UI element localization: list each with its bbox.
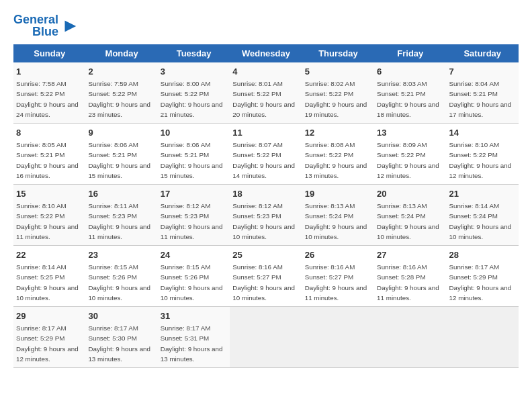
calendar-table: SundayMondayTuesdayWednesdayThursdayFrid… — [13, 44, 519, 368]
day-info: Sunrise: 8:11 AMSunset: 5:23 PMDaylight:… — [88, 202, 150, 240]
logo: General Blue ► — [13, 13, 80, 38]
calendar-week-row: 29Sunrise: 8:17 AMSunset: 5:29 PMDayligh… — [13, 307, 519, 368]
day-info: Sunrise: 8:10 AMSunset: 5:22 PMDaylight:… — [16, 202, 79, 240]
day-number: 1 — [16, 66, 83, 78]
day-info: Sunrise: 8:06 AMSunset: 5:21 PMDaylight:… — [161, 141, 223, 179]
day-info: Sunrise: 8:15 AMSunset: 5:26 PMDaylight:… — [161, 263, 223, 302]
calendar-cell: 9Sunrise: 8:06 AMSunset: 5:21 PMDaylight… — [85, 124, 157, 185]
day-info: Sunrise: 8:16 AMSunset: 5:28 PMDaylight:… — [377, 263, 439, 302]
calendar-week-row: 15Sunrise: 8:10 AMSunset: 5:22 PMDayligh… — [13, 185, 519, 246]
day-info: Sunrise: 7:58 AMSunset: 5:22 PMDaylight:… — [16, 80, 79, 118]
day-info: Sunrise: 8:05 AMSunset: 5:21 PMDaylight:… — [16, 141, 79, 179]
logo-general: General — [13, 13, 58, 26]
day-info: Sunrise: 8:12 AMSunset: 5:23 PMDaylight:… — [161, 202, 223, 240]
day-info: Sunrise: 8:03 AMSunset: 5:21 PMDaylight:… — [377, 80, 439, 118]
calendar-cell: 27Sunrise: 8:16 AMSunset: 5:28 PMDayligh… — [374, 246, 446, 307]
calendar-header-row: SundayMondayTuesdayWednesdayThursdayFrid… — [13, 44, 519, 62]
day-info: Sunrise: 8:09 AMSunset: 5:22 PMDaylight:… — [377, 141, 439, 179]
day-info: Sunrise: 8:07 AMSunset: 5:22 PMDaylight:… — [232, 141, 295, 179]
day-number: 17 — [161, 188, 227, 200]
calendar-cell: 5Sunrise: 8:02 AMSunset: 5:22 PMDaylight… — [302, 62, 374, 124]
calendar-cell: 22Sunrise: 8:14 AMSunset: 5:25 PMDayligh… — [13, 246, 85, 307]
calendar-cell: 4Sunrise: 8:01 AMSunset: 5:22 PMDaylight… — [230, 62, 302, 124]
day-info: Sunrise: 8:02 AMSunset: 5:22 PMDaylight:… — [305, 80, 367, 118]
calendar-cell: 20Sunrise: 8:13 AMSunset: 5:24 PMDayligh… — [374, 185, 446, 246]
day-number: 12 — [305, 127, 371, 139]
calendar-cell: 8Sunrise: 8:05 AMSunset: 5:21 PMDaylight… — [13, 124, 85, 185]
day-number: 3 — [161, 66, 227, 78]
calendar-cell — [230, 307, 302, 368]
calendar-cell: 7Sunrise: 8:04 AMSunset: 5:21 PMDaylight… — [447, 62, 519, 124]
day-info: Sunrise: 8:16 AMSunset: 5:27 PMDaylight:… — [232, 263, 295, 302]
calendar-cell: 3Sunrise: 8:00 AMSunset: 5:22 PMDaylight… — [158, 62, 230, 124]
calendar-cell: 25Sunrise: 8:16 AMSunset: 5:27 PMDayligh… — [230, 246, 302, 307]
day-info: Sunrise: 8:00 AMSunset: 5:22 PMDaylight:… — [161, 80, 223, 118]
day-number: 30 — [88, 310, 154, 322]
day-number: 8 — [16, 127, 83, 139]
day-number: 31 — [161, 310, 227, 322]
calendar-cell: 10Sunrise: 8:06 AMSunset: 5:21 PMDayligh… — [158, 124, 230, 185]
day-info: Sunrise: 8:13 AMSunset: 5:24 PMDaylight:… — [377, 202, 439, 240]
day-number: 5 — [305, 66, 371, 78]
day-number: 29 — [16, 310, 83, 322]
day-number: 16 — [88, 188, 154, 200]
day-info: Sunrise: 8:10 AMSunset: 5:22 PMDaylight:… — [449, 141, 512, 179]
day-of-week-header: Friday — [374, 44, 446, 62]
calendar-cell: 1Sunrise: 7:58 AMSunset: 5:22 PMDaylight… — [13, 62, 85, 124]
day-info: Sunrise: 8:14 AMSunset: 5:24 PMDaylight:… — [449, 202, 512, 240]
day-number: 2 — [88, 66, 154, 78]
day-number: 18 — [232, 188, 299, 200]
day-info: Sunrise: 8:17 AMSunset: 5:29 PMDaylight:… — [449, 263, 512, 302]
calendar-week-row: 22Sunrise: 8:14 AMSunset: 5:25 PMDayligh… — [13, 246, 519, 307]
calendar-cell — [374, 307, 446, 368]
calendar-cell: 30Sunrise: 8:17 AMSunset: 5:30 PMDayligh… — [85, 307, 157, 368]
calendar-cell: 11Sunrise: 8:07 AMSunset: 5:22 PMDayligh… — [230, 124, 302, 185]
day-number: 13 — [377, 127, 443, 139]
day-info: Sunrise: 8:08 AMSunset: 5:22 PMDaylight:… — [305, 141, 367, 179]
day-of-week-header: Saturday — [447, 44, 519, 62]
calendar-cell: 2Sunrise: 7:59 AMSunset: 5:22 PMDaylight… — [85, 62, 157, 124]
calendar-cell: 17Sunrise: 8:12 AMSunset: 5:23 PMDayligh… — [158, 185, 230, 246]
calendar-cell: 21Sunrise: 8:14 AMSunset: 5:24 PMDayligh… — [447, 185, 519, 246]
day-number: 27 — [377, 249, 443, 261]
calendar-cell: 6Sunrise: 8:03 AMSunset: 5:21 PMDaylight… — [374, 62, 446, 124]
day-info: Sunrise: 8:16 AMSunset: 5:27 PMDaylight:… — [305, 263, 367, 302]
day-info: Sunrise: 8:17 AMSunset: 5:29 PMDaylight:… — [16, 324, 79, 363]
day-number: 20 — [377, 188, 443, 200]
day-of-week-header: Wednesday — [230, 44, 302, 62]
calendar-cell: 15Sunrise: 8:10 AMSunset: 5:22 PMDayligh… — [13, 185, 85, 246]
calendar-cell: 29Sunrise: 8:17 AMSunset: 5:29 PMDayligh… — [13, 307, 85, 368]
day-number: 21 — [449, 188, 516, 200]
day-number: 25 — [232, 249, 299, 261]
calendar-cell: 12Sunrise: 8:08 AMSunset: 5:22 PMDayligh… — [302, 124, 374, 185]
day-number: 4 — [232, 66, 299, 78]
calendar-cell: 16Sunrise: 8:11 AMSunset: 5:23 PMDayligh… — [85, 185, 157, 246]
day-number: 6 — [377, 66, 443, 78]
day-number: 24 — [161, 249, 227, 261]
day-of-week-header: Thursday — [302, 44, 374, 62]
calendar-cell: 14Sunrise: 8:10 AMSunset: 5:22 PMDayligh… — [447, 124, 519, 185]
day-number: 23 — [88, 249, 154, 261]
day-number: 14 — [449, 127, 516, 139]
day-number: 7 — [449, 66, 516, 78]
calendar-cell: 24Sunrise: 8:15 AMSunset: 5:26 PMDayligh… — [158, 246, 230, 307]
page-header: General Blue ► — [13, 13, 519, 38]
calendar-week-row: 8Sunrise: 8:05 AMSunset: 5:21 PMDaylight… — [13, 124, 519, 185]
day-info: Sunrise: 8:17 AMSunset: 5:31 PMDaylight:… — [161, 324, 223, 363]
calendar-cell: 19Sunrise: 8:13 AMSunset: 5:24 PMDayligh… — [302, 185, 374, 246]
calendar-cell: 28Sunrise: 8:17 AMSunset: 5:29 PMDayligh… — [447, 246, 519, 307]
day-of-week-header: Sunday — [13, 44, 85, 62]
day-info: Sunrise: 8:01 AMSunset: 5:22 PMDaylight:… — [232, 80, 295, 118]
calendar-cell: 26Sunrise: 8:16 AMSunset: 5:27 PMDayligh… — [302, 246, 374, 307]
day-info: Sunrise: 8:15 AMSunset: 5:26 PMDaylight:… — [88, 263, 150, 302]
day-number: 11 — [232, 127, 299, 139]
day-of-week-header: Monday — [85, 44, 157, 62]
day-number: 9 — [88, 127, 154, 139]
day-of-week-header: Tuesday — [158, 44, 230, 62]
logo-arrow-icon: ► — [61, 15, 80, 36]
day-info: Sunrise: 7:59 AMSunset: 5:22 PMDaylight:… — [88, 80, 150, 118]
day-info: Sunrise: 8:14 AMSunset: 5:25 PMDaylight:… — [16, 263, 79, 302]
calendar-cell: 18Sunrise: 8:12 AMSunset: 5:23 PMDayligh… — [230, 185, 302, 246]
calendar-cell — [302, 307, 374, 368]
calendar-cell — [447, 307, 519, 368]
